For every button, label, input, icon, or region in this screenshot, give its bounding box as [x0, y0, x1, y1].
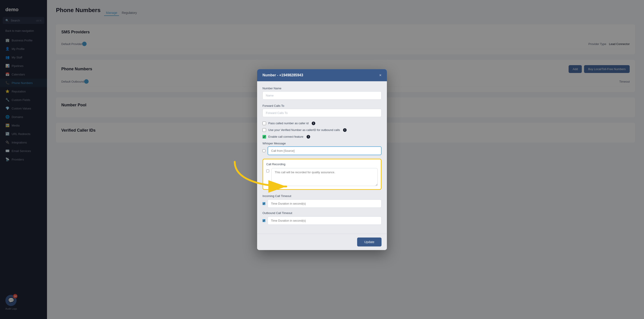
update-button[interactable]: Update [357, 237, 382, 246]
pass-called-number-label[interactable]: Pass called number as caller id [268, 122, 308, 125]
call-recording-label: Call Recording [266, 163, 378, 166]
modal-close-button[interactable]: × [379, 73, 382, 77]
enable-call-connect-row: Enable call connect feature i [262, 135, 382, 139]
incoming-timeout-input[interactable] [268, 199, 382, 208]
incoming-timeout-row [262, 199, 382, 208]
call-recording-checkbox[interactable] [266, 169, 269, 172]
enable-connect-info-icon[interactable]: i [306, 135, 310, 139]
forward-calls-group: Forward Calls To [262, 104, 382, 117]
outbound-timeout-label: Outbound Call Timeout [262, 211, 382, 215]
use-verified-number-row: Use your Verified Number as callerID for… [262, 128, 382, 132]
number-name-input[interactable] [262, 91, 382, 100]
call-recording-textarea[interactable] [272, 168, 378, 186]
incoming-timeout-label: Incoming Call Timeout [262, 194, 382, 198]
incoming-timeout-section: Incoming Call Timeout [262, 194, 382, 208]
modal-overlay: Number - +19498285943 × Number Name Forw… [0, 0, 644, 319]
enable-call-connect-label[interactable]: Enable call connect feature [268, 135, 304, 138]
recording-row [266, 168, 378, 186]
pass-called-number-checkbox[interactable] [262, 122, 266, 125]
whisper-message-label: Whisper Message [262, 142, 382, 145]
forward-calls-input[interactable] [262, 109, 382, 117]
outbound-timeout-row [262, 216, 382, 225]
pass-called-number-row: Pass called number as caller id i [262, 122, 382, 125]
use-verified-number-label[interactable]: Use your Verified Number as callerID for… [268, 128, 340, 132]
use-verified-number-checkbox[interactable] [262, 128, 266, 132]
modal-body: Number Name Forward Calls To Pass called… [257, 81, 387, 234]
outbound-timeout-section: Outbound Call Timeout [262, 211, 382, 225]
outbound-timeout-input[interactable] [268, 216, 382, 225]
call-recording-section: Call Recording [262, 159, 382, 190]
number-name-label: Number Name [262, 87, 382, 90]
pass-called-info-icon[interactable]: i [312, 122, 315, 125]
modal-header: Number - +19498285943 × [257, 69, 387, 81]
use-verified-info-icon[interactable]: i [343, 128, 346, 132]
whisper-message-group: Whisper Message [262, 142, 382, 155]
whisper-input-row [262, 146, 382, 155]
whisper-message-input[interactable] [268, 146, 382, 155]
outbound-timeout-checkbox[interactable] [262, 219, 266, 222]
forward-calls-label: Forward Calls To [262, 104, 382, 107]
modal-footer: Update [257, 234, 387, 250]
incoming-timeout-checkbox[interactable] [262, 202, 266, 205]
whisper-checkbox[interactable] [262, 149, 266, 152]
modal-title: Number - +19498285943 [262, 73, 303, 77]
phone-number-modal: Number - +19498285943 × Number Name Forw… [257, 69, 387, 250]
enable-call-connect-checkbox[interactable] [262, 135, 266, 139]
number-name-group: Number Name [262, 87, 382, 100]
